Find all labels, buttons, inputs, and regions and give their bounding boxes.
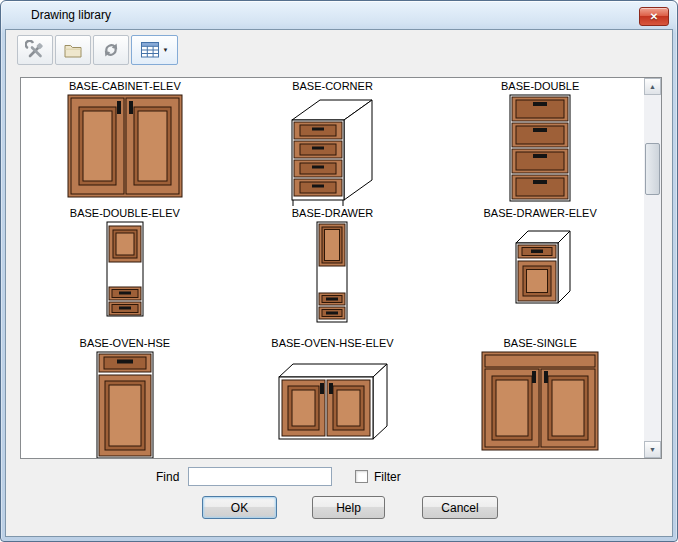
thumbnail-drawer-cabinet-3d (280, 94, 384, 208)
library-item-base-single[interactable]: BASE-SINGLE (436, 335, 644, 458)
thumbnail-four-drawer-elevation (509, 94, 571, 202)
find-label: Find (156, 470, 179, 484)
thumbnail-double-door-elevation (67, 94, 183, 198)
find-input[interactable] (188, 467, 332, 486)
library-item-base-cabinet-elev[interactable]: BASE-CABINET-ELEV (21, 78, 229, 205)
filter-label: Filter (374, 470, 401, 484)
refresh-button[interactable] (93, 35, 129, 65)
view-mode-button[interactable]: ▼ (131, 35, 178, 65)
filter-checkbox[interactable] (355, 470, 368, 483)
scroll-down-button[interactable]: ▼ (644, 441, 661, 458)
title-bar[interactable]: Drawing library ✕ (1, 1, 677, 29)
thumbnail-tall-housing-elevation (106, 221, 144, 317)
item-label: BASE-DRAWER-ELEV (484, 207, 597, 220)
dialog-content: ▼ BASE-CABINET-ELEV (5, 29, 673, 537)
vertical-scrollbar: ▲ ▼ (644, 78, 661, 458)
library-item-base-double[interactable]: BASE-DOUBLE (436, 78, 644, 205)
thumbnail-double-door-wide-elevation (481, 351, 599, 451)
library-item-base-oven-hse[interactable]: BASE-OVEN-HSE (21, 335, 229, 458)
close-icon: ✕ (650, 12, 658, 22)
item-label: BASE-OVEN-HSE (80, 337, 170, 350)
open-folder-button[interactable] (55, 35, 91, 65)
library-item-base-corner[interactable]: BASE-CORNER (229, 78, 437, 205)
close-button[interactable]: ✕ (639, 7, 669, 26)
cancel-button[interactable]: Cancel (422, 496, 498, 519)
library-item-base-oven-hse-elev[interactable]: BASE-OVEN-HSE-ELEV (229, 335, 437, 458)
thumbnail-drawer-door-elevation (96, 351, 154, 458)
scroll-down-icon: ▼ (649, 446, 656, 453)
folder-icon (63, 40, 83, 60)
item-label: BASE-SINGLE (503, 337, 576, 350)
tools-button[interactable] (17, 35, 53, 65)
dropdown-arrow-icon: ▼ (163, 47, 169, 53)
library-grid: BASE-CABINET-ELEV BASE- (21, 78, 644, 458)
thumbnail-tall-drawer-elevation (316, 221, 348, 323)
library-item-base-drawer-elev[interactable]: BASE-DRAWER-ELEV (436, 205, 644, 335)
item-label: BASE-DOUBLE-ELEV (70, 207, 180, 220)
item-label: BASE-DOUBLE (501, 80, 579, 93)
help-button[interactable]: Help (312, 496, 385, 519)
drawing-library-dialog: Drawing library ✕ (0, 0, 678, 542)
grid-view-icon (141, 42, 159, 58)
thumbnail-single-cabinet-3d (508, 221, 572, 313)
item-label: BASE-CABINET-ELEV (69, 80, 181, 93)
library-item-base-drawer[interactable]: BASE-DRAWER (229, 205, 437, 335)
refresh-icon (101, 40, 121, 60)
tools-icon (25, 40, 45, 60)
item-label: BASE-DRAWER (292, 207, 374, 220)
scroll-up-icon: ▲ (649, 83, 656, 90)
item-label: BASE-OVEN-HSE-ELEV (271, 337, 393, 350)
item-label: BASE-CORNER (292, 80, 373, 93)
thumbnail-double-door-3d (273, 351, 391, 451)
scroll-up-button[interactable]: ▲ (644, 78, 661, 95)
library-list: BASE-CABINET-ELEV BASE- (20, 77, 662, 459)
scrollbar-track[interactable] (644, 95, 661, 441)
scrollbar-thumb[interactable] (645, 143, 660, 195)
ok-button[interactable]: OK (202, 496, 277, 519)
window-title: Drawing library (31, 8, 111, 22)
library-item-base-double-elev[interactable]: BASE-DOUBLE-ELEV (21, 205, 229, 335)
